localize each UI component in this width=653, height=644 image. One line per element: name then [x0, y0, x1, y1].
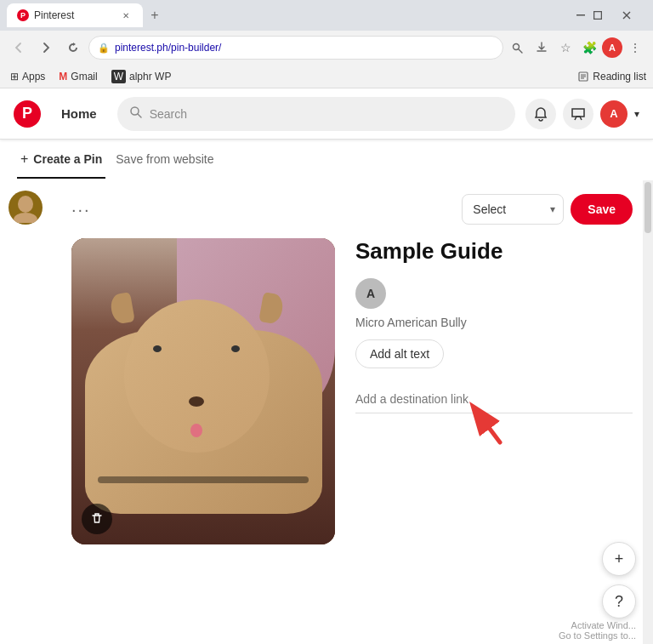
window-controls: [573, 3, 646, 27]
dog-image: [71, 238, 335, 544]
apps-label: Apps: [22, 71, 45, 83]
svg-point-13: [14, 213, 37, 223]
tab-close-button[interactable]: ✕: [119, 9, 133, 22]
alt-text-button[interactable]: Add alt text: [355, 339, 444, 368]
svg-point-12: [18, 196, 33, 213]
nav-icons: ☆ 🧩 A ⋮: [507, 37, 646, 59]
delete-image-button[interactable]: [82, 504, 112, 534]
svg-line-5: [519, 49, 523, 54]
trash-icon: [90, 512, 104, 526]
reading-list-icon: [577, 71, 589, 83]
url-text: pinterest.ph/pin-builder/: [115, 42, 494, 54]
more-icon[interactable]: ⋮: [624, 37, 646, 59]
tab-bar: P Pinterest ✕ +: [7, 3, 570, 27]
left-sidebar: [0, 180, 51, 644]
alphr-label: alphr WP: [129, 71, 171, 83]
sidebar-avatar: [9, 191, 43, 225]
sidebar-avatar-image: [10, 192, 41, 223]
pinterest-header: P Home A ▾: [0, 88, 653, 140]
refresh-button[interactable]: [61, 36, 85, 60]
alphr-icon: W: [111, 70, 126, 83]
dropdown-arrow-icon[interactable]: ▾: [634, 108, 639, 120]
destination-link-input[interactable]: [355, 385, 633, 413]
maximize-icon[interactable]: [592, 9, 604, 21]
pin-author-avatar: A: [355, 278, 386, 309]
lock-icon: 🔒: [98, 43, 110, 54]
browser-frame: P Pinterest ✕ +: [0, 0, 653, 644]
main-content: ··· Select Save: [51, 180, 653, 644]
forward-button[interactable]: [34, 36, 58, 60]
home-link[interactable]: Home: [51, 100, 107, 128]
create-pin-label: Create a Pin: [33, 152, 102, 166]
gmail-icon: M: [59, 71, 67, 83]
plus-icon: +: [20, 151, 28, 167]
address-bar[interactable]: 🔒 pinterest.ph/pin-builder/: [88, 36, 503, 60]
svg-rect-0: [576, 14, 585, 16]
save-website-tab[interactable]: Save from website: [105, 142, 224, 176]
download-icon[interactable]: [531, 37, 553, 59]
gmail-bookmark[interactable]: M Gmail: [55, 69, 100, 84]
dog-tongue: [190, 424, 202, 437]
scrollbar-track[interactable]: [643, 180, 653, 644]
key-icon[interactable]: [507, 37, 529, 59]
pin-builder-nav: + Create a Pin Save from website: [0, 140, 653, 180]
svg-rect-1: [594, 12, 602, 20]
pin-title: Sample Guide: [355, 238, 633, 265]
title-bar: P Pinterest ✕ +: [0, 0, 653, 31]
harness: [98, 476, 309, 483]
bookmarks-bar: ⊞ Apps M Gmail W alphr WP Reading list: [0, 65, 653, 88]
close-icon[interactable]: [607, 3, 646, 27]
reading-list[interactable]: Reading list: [577, 71, 646, 83]
search-bar[interactable]: [117, 97, 515, 131]
dog-head-shape: [124, 299, 270, 453]
nav-bar: 🔒 pinterest.ph/pin-builder/ ☆ 🧩 A ⋮: [0, 31, 653, 65]
reading-list-label: Reading list: [593, 71, 646, 83]
save-button[interactable]: Save: [571, 194, 633, 225]
scrollbar-thumb[interactable]: [644, 182, 651, 233]
top-bar: ··· Select Save: [71, 194, 633, 225]
pin-builder-content: ··· Select Save: [0, 180, 653, 644]
float-plus-button[interactable]: +: [602, 542, 636, 576]
pin-details: Sample Guide A Micro American Bully Add …: [355, 238, 633, 544]
create-pin-tab[interactable]: + Create a Pin: [17, 141, 105, 179]
dog-eye-right: [231, 345, 240, 352]
float-help-button[interactable]: ?: [602, 584, 636, 618]
extensions-icon[interactable]: 🧩: [578, 37, 600, 59]
pin-image-area: [71, 238, 335, 544]
tab-title: Pinterest: [34, 9, 114, 21]
dog-eye-left: [153, 345, 162, 352]
star-icon[interactable]: ☆: [554, 37, 576, 59]
svg-line-11: [138, 114, 141, 117]
top-bar-right: Select Save: [462, 194, 633, 225]
gmail-label: Gmail: [71, 71, 97, 83]
dog-nose: [189, 396, 204, 407]
notification-bell-icon[interactable]: [525, 99, 556, 129]
user-avatar[interactable]: A: [600, 100, 627, 128]
alphr-bookmark[interactable]: W alphr WP: [108, 68, 175, 85]
pinterest-app: P Home A ▾ + Cr: [0, 88, 653, 644]
header-icons: A ▾: [525, 99, 639, 129]
messages-icon[interactable]: [563, 99, 593, 129]
back-button[interactable]: [7, 36, 31, 60]
apps-bookmark[interactable]: ⊞ Apps: [7, 69, 48, 84]
pin-subtitle: Micro American Bully: [355, 316, 633, 329]
new-tab-button[interactable]: +: [143, 3, 167, 27]
tab-favicon: P: [17, 9, 29, 21]
pin-layout: Sample Guide A Micro American Bully Add …: [71, 238, 633, 544]
save-website-label: Save from website: [116, 152, 213, 166]
profile-icon[interactable]: A: [602, 37, 622, 58]
more-options-button[interactable]: ···: [71, 200, 91, 219]
grid-icon: ⊞: [10, 71, 19, 83]
search-input[interactable]: [150, 107, 503, 121]
search-icon: [129, 105, 143, 122]
pinterest-logo[interactable]: P: [14, 100, 41, 128]
board-select[interactable]: Select: [462, 194, 564, 225]
active-tab[interactable]: P Pinterest ✕: [7, 3, 143, 27]
minimize-icon[interactable]: [575, 9, 587, 21]
select-wrap: Select: [462, 194, 564, 225]
